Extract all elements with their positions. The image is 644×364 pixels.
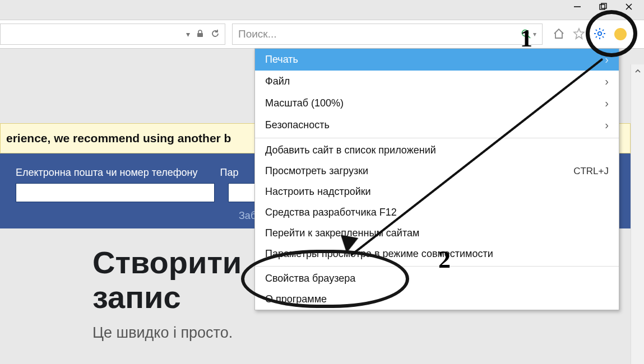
minimize-button[interactable] [573, 3, 581, 11]
menu-separator [255, 266, 619, 267]
email-input[interactable] [16, 183, 215, 202]
menu-addons[interactable]: Настроить надстройки [255, 181, 619, 202]
favorites-icon[interactable] [573, 27, 585, 41]
refresh-icon[interactable] [210, 29, 220, 40]
menu-compat[interactable]: Параметры просмотра в режиме совместимос… [255, 244, 619, 264]
menu-add-site[interactable]: Добавить сайт в список приложений [255, 140, 619, 161]
password-label: Пар [220, 167, 239, 179]
emoji-icon[interactable] [614, 28, 627, 40]
search-placeholder: Поиск... [238, 28, 277, 40]
browser-toolbar: ▾ Поиск... ▾ [0, 20, 644, 49]
gear-icon[interactable] [593, 27, 606, 42]
menu-downloads[interactable]: Просмотреть загрузки CTRL+J [255, 161, 619, 181]
annotation-arrow-head [338, 235, 359, 254]
lock-icon [196, 29, 205, 40]
chevron-right-icon: › [605, 75, 609, 88]
password-input[interactable] [228, 183, 256, 202]
menu-print[interactable]: Печать › [255, 49, 619, 71]
annotation-number-1: 1 [520, 24, 532, 53]
menu-about[interactable]: О программе [255, 289, 619, 310]
menu-zoom[interactable]: Масштаб (100%) › [255, 92, 619, 114]
menu-pinned[interactable]: Перейти к закрепленным сайтам [255, 223, 619, 244]
vertical-scrollbar[interactable] [631, 64, 644, 364]
maximize-button[interactable] [599, 3, 607, 11]
email-label: Електронна пошта чи номер телефону [16, 167, 198, 179]
menu-safety[interactable]: Безопасность › [255, 114, 619, 136]
page-subheading: Це швидко і просто. [92, 324, 631, 342]
annotation-number-2: 2 [438, 245, 451, 274]
search-bar[interactable]: Поиск... ▾ [232, 24, 543, 45]
home-icon[interactable] [553, 27, 565, 41]
chevron-right-icon: › [605, 97, 609, 110]
svg-rect-5 [197, 33, 203, 37]
menu-options[interactable]: Свойства браузера [255, 268, 619, 289]
scroll-up-arrow[interactable] [631, 64, 644, 78]
shortcut-label: CTRL+J [573, 166, 609, 177]
dropdown-icon[interactable]: ▾ [186, 30, 190, 39]
chevron-right-icon: › [605, 53, 609, 66]
menu-separator [255, 138, 619, 138]
chevron-right-icon: › [605, 119, 609, 132]
address-bar[interactable]: ▾ [0, 24, 225, 45]
close-button[interactable] [625, 3, 633, 11]
svg-point-8 [598, 31, 601, 35]
menu-devtools[interactable]: Средства разработчика F12 [255, 202, 619, 223]
